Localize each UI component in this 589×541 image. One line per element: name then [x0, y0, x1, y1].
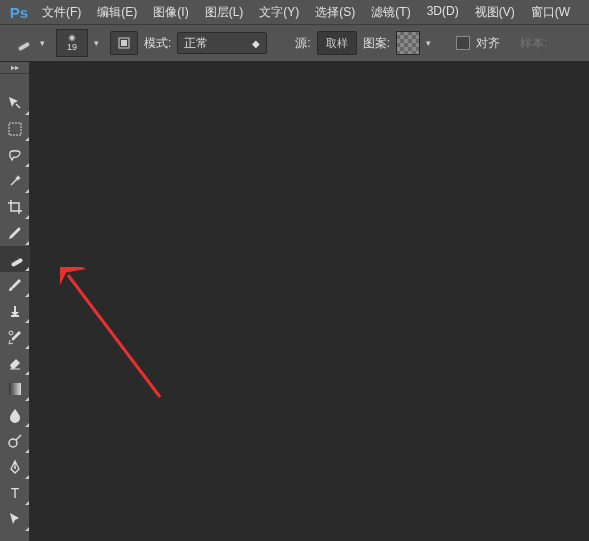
eyedropper-tool[interactable] [0, 220, 30, 246]
brush-panel-toggle[interactable] [110, 31, 138, 55]
history-brush-tool[interactable] [0, 324, 30, 350]
menu-window[interactable]: 窗口(W [523, 0, 578, 25]
menu-file[interactable]: 文件(F) [34, 0, 89, 25]
blend-mode-value: 正常 [184, 35, 208, 52]
menu-type[interactable]: 文字(Y) [251, 0, 307, 25]
toolbox-collapse-toggle[interactable]: ▸▸ [0, 62, 29, 74]
current-tool-icon[interactable] [10, 31, 34, 55]
brush-dropdown-arrow[interactable]: ▾ [94, 38, 104, 48]
pattern-label: 图案: [363, 35, 390, 52]
type-tool[interactable]: T [0, 480, 30, 506]
svg-point-3 [24, 41, 26, 43]
magic-wand-tool[interactable] [0, 168, 30, 194]
sample-label: 样本: [520, 35, 547, 52]
path-selection-tool[interactable] [0, 506, 30, 532]
brush-preset-picker[interactable]: 19 [56, 29, 88, 57]
pattern-swatch[interactable] [396, 31, 420, 55]
menu-layer[interactable]: 图层(L) [197, 0, 252, 25]
mode-label: 模式: [144, 35, 171, 52]
svg-line-16 [68, 275, 160, 397]
toolbox: ▸▸ [0, 62, 30, 541]
clone-stamp-tool[interactable] [0, 298, 30, 324]
menu-select[interactable]: 选择(S) [307, 0, 363, 25]
svg-point-2 [21, 43, 23, 45]
align-checkbox[interactable] [456, 36, 470, 50]
blend-mode-select[interactable]: 正常 ◆ [177, 32, 267, 54]
blur-tool[interactable] [0, 402, 30, 428]
main-area: ▸▸ [0, 62, 589, 541]
options-bar: ▾ 19 ▾ 模式: 正常 ◆ 源: 取样 图案: ▾ 对齐 样本: [0, 24, 589, 62]
arrow-annotation [60, 267, 180, 407]
svg-rect-6 [9, 123, 21, 135]
menu-3d[interactable]: 3D(D) [419, 0, 467, 25]
svg-point-8 [11, 261, 13, 263]
svg-point-9 [14, 259, 16, 261]
eraser-tool[interactable] [0, 350, 30, 376]
menu-filter[interactable]: 滤镜(T) [363, 0, 418, 25]
pen-tool[interactable] [0, 454, 30, 480]
logo-text: Ps [10, 4, 28, 21]
svg-point-11 [9, 331, 13, 335]
brush-preview-dot [68, 34, 76, 42]
brush-tool[interactable] [0, 272, 30, 298]
crop-tool[interactable] [0, 194, 30, 220]
svg-text:T: T [11, 485, 20, 501]
align-label: 对齐 [476, 35, 500, 52]
svg-point-13 [9, 439, 17, 447]
lasso-tool[interactable] [0, 142, 30, 168]
app-logo: Ps [4, 0, 34, 24]
pattern-dropdown-arrow[interactable]: ▾ [426, 38, 436, 48]
brush-size-value: 19 [67, 42, 77, 52]
svg-rect-12 [9, 383, 21, 395]
gradient-tool[interactable] [0, 376, 30, 402]
move-tool[interactable] [0, 90, 30, 116]
svg-point-14 [14, 467, 16, 469]
marquee-tool[interactable] [0, 116, 30, 142]
svg-point-1 [18, 45, 20, 47]
menu-items: 文件(F) 编辑(E) 图像(I) 图层(L) 文字(Y) 选择(S) 滤镜(T… [34, 0, 578, 25]
source-sample-button[interactable]: 取样 [317, 31, 357, 55]
svg-rect-5 [121, 40, 127, 46]
menu-view[interactable]: 视图(V) [467, 0, 523, 25]
dodge-tool[interactable] [0, 428, 30, 454]
menu-image[interactable]: 图像(I) [145, 0, 196, 25]
menu-bar: Ps 文件(F) 编辑(E) 图像(I) 图层(L) 文字(Y) 选择(S) 滤… [0, 0, 589, 24]
source-label: 源: [295, 35, 310, 52]
menu-edit[interactable]: 编辑(E) [89, 0, 145, 25]
tool-preset-dropdown[interactable]: ▾ [40, 38, 50, 48]
healing-brush-tool[interactable] [0, 246, 30, 272]
canvas-area[interactable] [30, 62, 589, 541]
svg-rect-0 [18, 42, 30, 51]
svg-point-10 [17, 257, 19, 259]
chevron-down-icon: ◆ [252, 38, 260, 49]
